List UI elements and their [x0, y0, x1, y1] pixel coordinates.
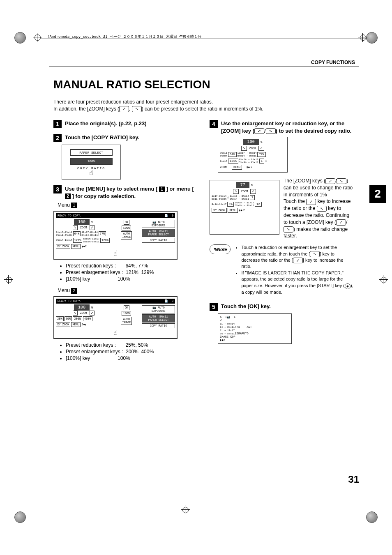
menu1-bullets: Preset reduction keys : 64%, 77% Preset … — [53, 263, 197, 282]
step-number: 5 — [210, 303, 218, 311]
hand-icon: ☝ — [227, 196, 229, 199]
screen-menu2: READY TO COPY.📄 0 100 % ⤡ ZOOM ⤢ 25% — [53, 296, 178, 339]
zoom-down-icon: ⤡ — [241, 146, 247, 151]
ok-panel: % ☝📷 E ⤢ 11 → 8½x14 14 → 8½x1177% AUT 11… — [218, 313, 292, 344]
step-number: 2 — [53, 134, 62, 142]
hand-icon: ☝ — [56, 330, 175, 336]
step-1: 1 Place the original(s). (p.22, p.23) — [53, 120, 197, 128]
manual-page: !Andromeda_copy_sec.book 31 ページ ２００６年１１月… — [0, 0, 392, 555]
zoom-down-icon: ⤡ — [73, 311, 78, 315]
chapter-tab: 2 — [369, 185, 386, 203]
step-title: Place the original(s). (p.22, p.23) — [65, 120, 197, 127]
page-number: 31 — [348, 474, 359, 485]
zoom-up-icon: ⤢ — [254, 128, 264, 134]
zoom-up-icon: ⤢ — [306, 199, 316, 205]
registration-mark — [379, 275, 388, 284]
left-column: 1 Place the original(s). (p.22, p.23) 2 … — [53, 120, 197, 367]
crop-meta: !Andromeda_copy_sec.book 31 ページ ２００６年１１月… — [47, 34, 201, 39]
running-rule — [49, 67, 359, 67]
zoom-down-icon: ⤡ — [284, 226, 293, 233]
intro-line1: There are four preset reduction ratios a… — [53, 99, 213, 105]
step-4: 4 Use the enlargement key or reduction k… — [210, 120, 353, 295]
registration-mark — [358, 33, 367, 42]
zoom-up-icon: ⤢ — [250, 189, 256, 194]
menu1-label: Menu 1 — [58, 202, 197, 208]
step-title: Touch the [COPY RATIO] key. — [65, 134, 197, 141]
zoom-panel-b: 77 % ⤡ ZOOM ⤢ 1x17→8½x14 8x11→5½x8½☝11x1… — [210, 180, 279, 235]
registration-mark — [33, 33, 42, 42]
note-label: ✎Note — [210, 244, 231, 254]
note-box: ✎Note Touch a reduction or enlargement k… — [210, 244, 353, 295]
step-number: 3 — [53, 185, 62, 193]
content-columns: 1 Place the original(s). (p.22, p.23) 2 … — [53, 120, 353, 367]
zoom-description: The [ZOOM] keys (⤢/⤡) can be used to cha… — [284, 177, 353, 240]
zoom-down-icon: ⤡ — [337, 178, 346, 184]
corner-mark — [366, 32, 378, 44]
step-5: 5 Touch the [OK] key. % ☝📷 E ⤢ 11 → 8½x1… — [210, 303, 353, 344]
zoom-panel-a: 100 % ⤡ ZOOM ⤢ 8½x11 5½x8½64%11x17 → 8½x… — [218, 137, 288, 173]
menu2-label: Menu 2 — [58, 288, 197, 294]
zoom-up-icon: ⤢ — [119, 106, 129, 112]
hand-icon: ☝ — [265, 159, 267, 163]
hand-icon: ☝ — [65, 170, 118, 177]
zoom-up-icon: ⤢ — [325, 178, 335, 184]
zoom-down-icon: ⤡ — [310, 251, 320, 257]
paper-select-key: PAPER SELECT — [70, 149, 113, 156]
intro-text: There are four preset reduction ratios a… — [53, 99, 351, 113]
lcd-panel: PAPER SELECT 100% COPY RATIO ☝ — [62, 145, 121, 180]
step-3: 3 Use the [MENU] key to select menu [ 1 … — [53, 185, 197, 361]
step-number: 4 — [210, 120, 218, 128]
hand-icon: ☝ — [56, 251, 175, 257]
zoom-down-icon: ⤡ — [266, 128, 276, 134]
note-text: Touch a reduction or enlargement key to … — [235, 244, 353, 295]
ratio-display: 100% — [70, 158, 113, 165]
intro-line2: In addition, the [ZOOM] keys (⤢, ⤡) can … — [53, 106, 263, 112]
zoom-down-icon: ⤡ — [317, 206, 327, 212]
zoom-detail: 77 % ⤡ ZOOM ⤢ 1x17→8½x14 8x11→5½x8½☝11x1… — [210, 177, 353, 240]
registration-mark — [4, 275, 13, 284]
zoom-down-icon: ⤡ — [73, 225, 78, 230]
zoom-up-icon: ⤢ — [90, 311, 95, 315]
zoom-up-icon: ⤢ — [90, 225, 95, 230]
zoom-up-icon: ⤢ — [293, 258, 303, 264]
step-2: 2 Touch the [COPY RATIO] key. PAPER SELE… — [53, 134, 197, 180]
corner-mark — [14, 511, 26, 523]
corner-mark — [14, 32, 26, 44]
zoom-up-icon: ⤢ — [336, 219, 346, 226]
zoom-up-icon: ⤢ — [220, 319, 222, 322]
step-number: 1 — [53, 120, 62, 128]
right-column: 4 Use the enlargement key or reduction k… — [210, 120, 353, 367]
menu1-badge: 1 — [159, 187, 165, 192]
page-title: MANUAL RATIO SELECTION — [53, 78, 210, 91]
zoom-down-icon: ⤡ — [233, 189, 239, 194]
step-title: Use the enlargement key or reduction key… — [221, 120, 353, 134]
screen-menu1: READY TO COPY.📄 0 100 % ⤡ ZOOM ⤢ 11x17→8… — [53, 211, 178, 260]
registration-mark — [181, 505, 190, 514]
corner-mark — [366, 511, 378, 523]
menu2-bullets: Preset reduction keys : 25%, 50% Preset … — [53, 342, 197, 361]
menu2-badge: 2 — [65, 193, 71, 199]
step-title: Use the [MENU] key to select menu [ 1 ] … — [65, 185, 197, 200]
running-head: COPY FUNCTIONS — [311, 60, 355, 65]
step-title: Touch the [OK] key. — [221, 303, 353, 310]
zoom-up-icon: ⤢ — [258, 146, 264, 151]
zoom-down-icon: ⤡ — [132, 106, 142, 112]
